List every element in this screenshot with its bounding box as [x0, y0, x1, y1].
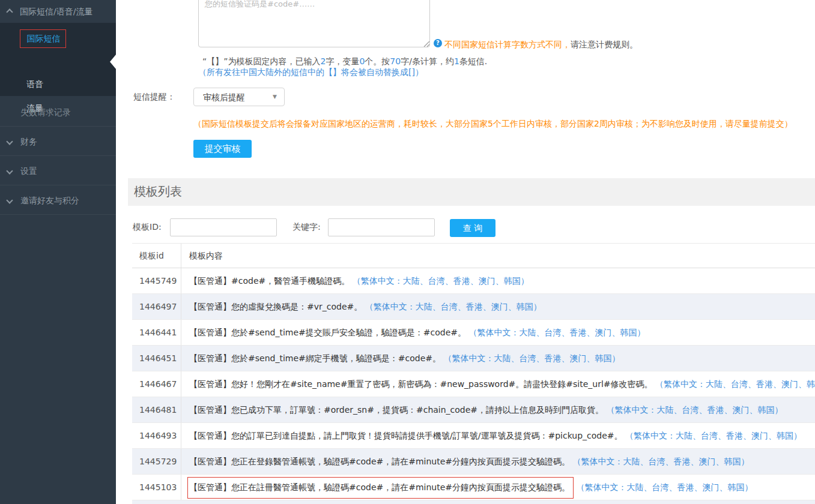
chevron-down-icon: ▼: [273, 94, 277, 100]
row-region-link[interactable]: （繁体中文：大陆、台湾、香港、澳门、韩国）: [655, 379, 815, 389]
table-header-row: 模板id 模板内容: [132, 243, 815, 268]
row-region-link[interactable]: （繁体中文：大陆、台湾、香港、澳门、韩国）: [625, 431, 802, 440]
sidebar-section-label: 邀请好友与积分: [20, 196, 79, 206]
row-region-link[interactable]: （繁体中文：大陆、台湾、香港、澳门、韩国）: [365, 302, 542, 311]
template-id-input[interactable]: [170, 218, 277, 236]
sidebar-item-failed-requests[interactable]: 失败请求记录: [20, 107, 71, 118]
char-count-hint: “【】”为模板固定内容，已输入2字，变量0个。按70字/条计算，约1条短信.: [202, 56, 487, 67]
template-table: 模板id 模板内容 1445749 【医管通】#code#，醫管通手機驗證碼。 …: [132, 243, 815, 504]
row-text: 【医管通】您於#send_time#提交賬戶安全驗證，驗證碼是：#code#。: [189, 328, 466, 337]
sms-remind-value: 审核后提醒: [203, 92, 245, 103]
sidebar-item-intl-sms-voice-data[interactable]: 国际短信/语音/流量: [0, 0, 116, 23]
chevron-down-icon: [6, 167, 13, 174]
header-template-content: 模板内容: [181, 244, 815, 268]
sidebar-divider: [0, 155, 116, 156]
row-region-link[interactable]: （繁体中文：大陆、台湾、香港、澳门、韩国）: [353, 276, 529, 286]
row-text: 【医管通】您的虛擬兌換碼是：#vr_code#。: [189, 302, 362, 311]
row-id: 1445729: [132, 449, 181, 474]
query-button[interactable]: 查 询: [450, 219, 495, 237]
row-content: 【医管通】您好！您剛才在#site_name#重置了密碼，新密碼為：#new_p…: [181, 371, 815, 397]
row-content: 【医管通】您已成功下單，訂單號：#order_sn#，提貨碼：#chain_co…: [181, 397, 815, 422]
row-text: 【医管通】#code#，醫管通手機驗證碼。: [189, 276, 350, 286]
message-count: 1: [454, 56, 459, 66]
hint-text: “【】”为模板固定内容，已输入: [202, 56, 321, 66]
table-row: 1445103 【医管通】您正在註冊醫管通帳號，驗證碼#code#，請在#min…: [132, 475, 815, 500]
row-id: 1445103: [132, 475, 181, 500]
sidebar-divider: [0, 214, 116, 215]
highlight-box: 国际短信: [20, 29, 66, 48]
sidebar-submenu: 国际短信 语音 流量: [0, 23, 116, 96]
row-id: 1445749: [132, 268, 181, 293]
row-text: 【医管通】您於#send_time#綁定手機號，驗證碼是：#code#。: [189, 353, 441, 363]
page: 国际短信/语音/流量 国际短信 语音 流量 失败请求记录 财务 设置 邀请好友与…: [0, 0, 815, 504]
table-row: 1446497 【医管通】您的虛擬兌換碼是：#vr_code#。 （繁体中文：大…: [132, 294, 815, 320]
header-template-id: 模板id: [132, 244, 181, 268]
charge-note-orange: 不同国家短信计算字数方式不同，: [444, 40, 571, 49]
row-content: 【医管通】您正在註冊醫管通帳號，驗證碼#code#，請在#minute#分鐘內按…: [181, 475, 815, 500]
row-content: 【医管通】您正在登錄醫管通帳號，驗證碼#code#，請在#minute#分鐘內按…: [181, 449, 815, 474]
chevron-down-icon: [6, 197, 13, 203]
charge-rule-note: 不同国家短信计算字数方式不同，请注意计费规则。: [444, 40, 638, 50]
row-region-link[interactable]: （繁体中文：大陆、台湾、香港、澳门、韩国）: [573, 457, 750, 466]
row-content: 【医管通】#code#，醫管通手機驗證碼。 （繁体中文：大陆、台湾、香港、澳门、…: [181, 268, 815, 293]
keyword-label: 关键字:: [292, 222, 321, 233]
template-list-title: 模板列表: [134, 184, 182, 200]
row-id: 1446493: [132, 423, 181, 448]
chevron-up-icon: [6, 8, 13, 15]
sms-remind-label: 短信提醒：: [133, 92, 175, 103]
hint-text: 字/条计算，约: [401, 56, 454, 66]
table-row: 1446493 【医管通】您的訂單已到達自提點，請上門取貨！提貨時請提供手機號/…: [132, 423, 815, 449]
sidebar-divider: [0, 126, 116, 127]
sidebar-item-voice[interactable]: 语音: [26, 79, 43, 90]
row-id: 1446441: [132, 320, 181, 345]
sidebar-parent-label: 国际短信/语音/流量: [20, 7, 92, 17]
template-content-textarea[interactable]: [198, 0, 430, 47]
row-region-link[interactable]: （繁体中文：大陆、台湾、香港、澳门、韩国）: [443, 353, 620, 363]
row-id: 1446497: [132, 294, 181, 319]
keyword-input[interactable]: [328, 218, 435, 236]
row-text: 【医管通】您正在註冊醫管通帳號，驗證碼#code#，請在#minute#分鐘內按…: [187, 477, 574, 499]
row-text: 【医管通】您正在登錄醫管通帳號，驗證碼#code#，請在#minute#分鐘內按…: [189, 457, 570, 466]
row-text: 【医管通】您好！您剛才在#site_name#重置了密碼，新密碼為：#new_p…: [189, 379, 653, 389]
sms-remind-select[interactable]: 审核后提醒 ▼: [193, 88, 285, 106]
table-row-partial: [132, 500, 815, 504]
chevron-down-icon: [6, 138, 13, 145]
sidebar-section-label: 设置: [20, 166, 37, 177]
table-row: 1446467 【医管通】您好！您剛才在#site_name#重置了密碼，新密碼…: [132, 371, 815, 397]
submit-review-button[interactable]: 提交审核: [193, 140, 252, 158]
resize-grip-icon[interactable]: [422, 40, 429, 47]
sidebar: 国际短信/语音/流量 国际短信 语音 流量 失败请求记录 财务 设置 邀请好友与…: [0, 0, 116, 504]
question-icon[interactable]: ?: [434, 39, 442, 47]
row-id: 1446467: [132, 371, 181, 397]
row-text: 【医管通】您已成功下單，訂單號：#order_sn#，提貨碼：#chain_co…: [189, 405, 604, 415]
sidebar-divider: [0, 185, 116, 185]
bracket-replace-hint: （所有发往中国大陆外的短信中的【】将会被自动替换成[]）: [198, 67, 423, 78]
row-content: 【医管通】您的虛擬兌換碼是：#vr_code#。 （繁体中文：大陆、台湾、香港、…: [181, 294, 815, 319]
row-text: 【医管通】您的訂單已到達自提點，請上門取貨！提貨時請提供手機號/訂單號/運單號及…: [189, 431, 623, 440]
row-region-link[interactable]: （繁体中文：大陆、台湾、香港、澳门、韩国）: [468, 328, 645, 337]
table-row: 1446481 【医管通】您已成功下單，訂單號：#order_sn#，提貨碼：#…: [132, 397, 815, 423]
hint-text: 个。按: [365, 56, 390, 66]
sidebar-item-intl-sms[interactable]: 国际短信: [20, 30, 67, 47]
table-row: 1446451 【医管通】您於#send_time#綁定手機號，驗證碼是：#co…: [132, 346, 815, 371]
chars-per-message: 70: [390, 56, 401, 66]
review-duration-note: （国际短信模板提交后将会报备对应国家地区的运营商，耗时较长，大部分国家5个工作日…: [193, 119, 793, 130]
table-row: 1445749 【医管通】#code#，醫管通手機驗證碼。 （繁体中文：大陆、台…: [132, 268, 815, 294]
table-row: 1445729 【医管通】您正在登錄醫管通帳號，驗證碼#code#，請在#min…: [132, 449, 815, 475]
row-content: 【医管通】您的訂單已到達自提點，請上門取貨！提貨時請提供手機號/訂單號/運單號及…: [181, 423, 815, 448]
hint-text: 字，变量: [326, 56, 359, 66]
row-content: 【医管通】您於#send_time#綁定手機號，驗證碼是：#code#。 （繁体…: [181, 346, 815, 371]
active-pointer-icon: [110, 55, 116, 69]
row-region-link[interactable]: （繁体中文：大陆、台湾、香港、澳门、韩国）: [577, 482, 753, 492]
table-row: 1446441 【医管通】您於#send_time#提交賬戶安全驗證，驗證碼是：…: [132, 320, 815, 346]
row-id: 1446451: [132, 346, 181, 371]
hint-text: 条短信.: [459, 56, 487, 66]
row-content: 【医管通】您於#send_time#提交賬戶安全驗證，驗證碼是：#code#。 …: [181, 320, 815, 345]
template-id-label: 模板ID:: [133, 222, 162, 233]
charge-note-dark: 请注意计费规则。: [571, 40, 638, 49]
table-body: 1445749 【医管通】#code#，醫管通手機驗證碼。 （繁体中文：大陆、台…: [132, 268, 815, 500]
row-region-link[interactable]: （繁体中文：大陆、台湾、香港、澳门、韩国）: [607, 405, 783, 415]
template-list-header-band: 模板列表: [128, 178, 815, 206]
sidebar-section-label: 财务: [20, 137, 37, 148]
row-id: 1446481: [132, 397, 181, 422]
